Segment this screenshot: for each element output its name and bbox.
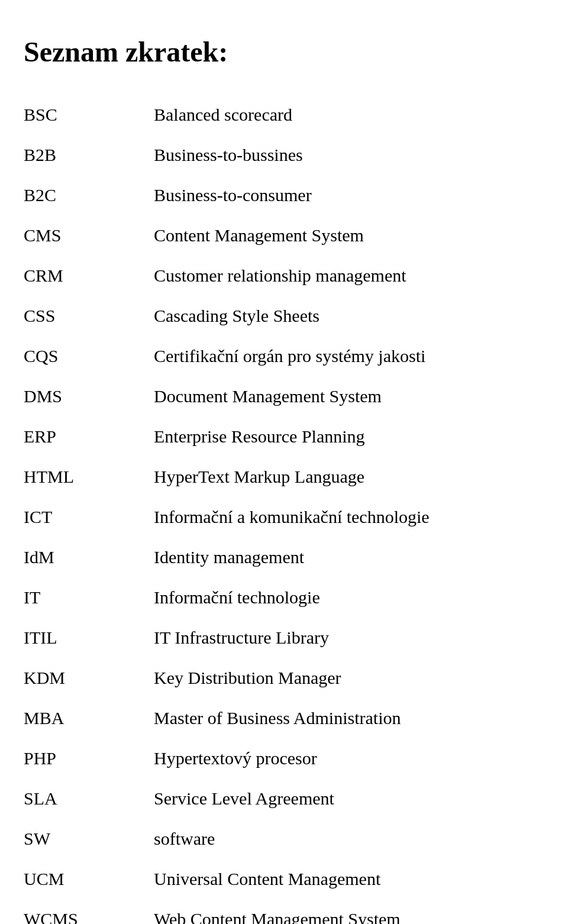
- abbreviation-row: BSCBalanced scorecard: [24, 104, 544, 133]
- abbreviation-value: Universal Content Management: [154, 868, 544, 889]
- abbreviation-value: Certifikační orgán pro systémy jakosti: [154, 345, 544, 366]
- abbreviation-row: WCMSWeb Content Management System: [24, 908, 544, 924]
- abbreviation-key: B2C: [24, 184, 154, 205]
- abbreviation-row: CQSCertifikační orgán pro systémy jakost…: [24, 345, 544, 374]
- abbreviation-row: UCMUniversal Content Management: [24, 868, 544, 897]
- abbreviation-key: BSC: [24, 104, 154, 125]
- abbreviation-key: MBA: [24, 707, 154, 728]
- abbreviation-value: Business-to-consumer: [154, 184, 544, 205]
- abbreviation-row: SWsoftware: [24, 828, 544, 857]
- abbreviation-value: Business-to-bussines: [154, 144, 544, 165]
- abbreviation-list: BSCBalanced scorecardB2BBusiness-to-buss…: [24, 104, 544, 924]
- abbreviation-value: Informační a komunikační technologie: [154, 506, 544, 527]
- abbreviation-value: Content Management System: [154, 224, 544, 245]
- abbreviation-row: CMSContent Management System: [24, 224, 544, 254]
- abbreviation-row: B2CBusiness-to-consumer: [24, 184, 544, 214]
- abbreviation-key: WCMS: [24, 908, 154, 924]
- abbreviation-value: Customer relationship management: [154, 264, 544, 286]
- abbreviation-key: CRM: [24, 264, 154, 286]
- abbreviation-value: Informační technologie: [154, 586, 544, 608]
- abbreviation-value: Enterprise Resource Planning: [154, 425, 544, 447]
- abbreviation-row: ERPEnterprise Resource Planning: [24, 425, 544, 455]
- abbreviation-value: Document Management System: [154, 385, 544, 406]
- abbreviation-row: MBAMaster of Business Administration: [24, 707, 544, 736]
- abbreviation-row: B2BBusiness-to-bussines: [24, 144, 544, 173]
- abbreviation-row: KDMKey Distribution Manager: [24, 667, 544, 696]
- abbreviation-key: SLA: [24, 787, 154, 809]
- abbreviation-row: CSSCascading Style Sheets: [24, 305, 544, 334]
- abbreviation-row: HTMLHyperText Markup Language: [24, 466, 544, 495]
- abbreviation-key: ICT: [24, 506, 154, 527]
- abbreviation-row: ITInformační technologie: [24, 586, 544, 616]
- abbreviation-row: ITILIT Infrastructure Library: [24, 626, 544, 656]
- abbreviation-key: CMS: [24, 224, 154, 245]
- page-title: Seznam zkratek:: [24, 35, 544, 68]
- abbreviation-value: Hypertextový procesor: [154, 747, 544, 768]
- abbreviation-key: B2B: [24, 144, 154, 165]
- abbreviation-row: IdMIdentity management: [24, 546, 544, 576]
- abbreviation-key: ITIL: [24, 626, 154, 648]
- abbreviation-key: ERP: [24, 425, 154, 447]
- abbreviation-value: Balanced scorecard: [154, 104, 544, 125]
- abbreviation-value: software: [154, 828, 544, 849]
- abbreviation-row: DMSDocument Management System: [24, 385, 544, 415]
- abbreviation-value: Cascading Style Sheets: [154, 305, 544, 326]
- abbreviation-key: IT: [24, 586, 154, 608]
- abbreviation-key: CSS: [24, 305, 154, 326]
- abbreviation-row: CRMCustomer relationship management: [24, 264, 544, 294]
- abbreviation-key: HTML: [24, 466, 154, 487]
- abbreviation-key: SW: [24, 828, 154, 849]
- abbreviation-key: IdM: [24, 546, 154, 567]
- abbreviation-value: Master of Business Administration: [154, 707, 544, 728]
- abbreviation-row: PHPHypertextový procesor: [24, 747, 544, 777]
- abbreviation-key: PHP: [24, 747, 154, 768]
- abbreviation-row: ICTInformační a komunikační technologie: [24, 506, 544, 535]
- abbreviation-key: DMS: [24, 385, 154, 406]
- abbreviation-value: HyperText Markup Language: [154, 466, 544, 487]
- abbreviation-value: Service Level Agreement: [154, 787, 544, 809]
- abbreviation-key: UCM: [24, 868, 154, 889]
- abbreviation-row: SLAService Level Agreement: [24, 787, 544, 817]
- abbreviation-key: CQS: [24, 345, 154, 366]
- abbreviation-value: Identity management: [154, 546, 544, 567]
- abbreviation-value: IT Infrastructure Library: [154, 626, 544, 648]
- abbreviation-key: KDM: [24, 667, 154, 688]
- abbreviation-value: Key Distribution Manager: [154, 667, 544, 688]
- abbreviation-value: Web Content Management System: [154, 908, 544, 924]
